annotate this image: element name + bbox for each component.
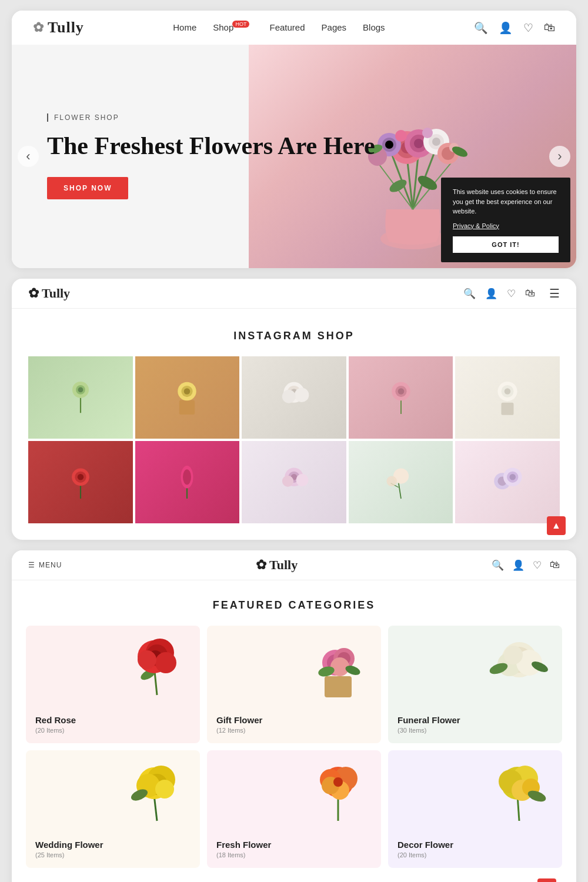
shop-now-button[interactable]: SHOP NOW — [47, 177, 128, 199]
nav3-wishlist-icon[interactable]: ♡ — [533, 559, 542, 572]
instagram-cell-10[interactable] — [455, 441, 560, 523]
nav-item-home[interactable]: Home — [173, 22, 196, 33]
gift-flower-image — [300, 630, 376, 701]
instagram-cell-2[interactable] — [135, 356, 240, 439]
category-count-funeral-flower: (30 Items) — [397, 727, 553, 734]
account-icon[interactable]: 👤 — [499, 21, 513, 35]
ig-flower-9 — [380, 462, 422, 503]
cookie-text: This website uses cookies to ensure you … — [453, 187, 559, 216]
featured-section: ☰ MENU ✿ Tully 🔍 👤 ♡ 🛍 FEATURED CATEGORI… — [12, 550, 576, 882]
category-wedding-flower[interactable]: Wedding Flower (25 Items) — [26, 750, 200, 868]
nav3-account-icon[interactable]: 👤 — [512, 559, 524, 572]
category-count-wedding-flower: (25 Items) — [35, 851, 191, 858]
instagram-shop-title: INSTAGRAM SHOP — [28, 330, 560, 342]
svg-point-77 — [155, 652, 176, 673]
category-fresh-flower[interactable]: Fresh Flower (18 Items) — [207, 750, 381, 868]
nav2-logo[interactable]: ✿ Tully — [28, 286, 70, 301]
hero-next-button[interactable]: › — [549, 146, 570, 167]
category-name-fresh-flower: Fresh Flower — [216, 840, 372, 850]
hamburger-icon: ☰ — [28, 561, 35, 569]
hero-title: The Freshest Flowers Are Here — [47, 131, 541, 161]
category-name-funeral-flower: Funeral Flower — [397, 715, 553, 725]
nav-links: Home Shop HOT Featured Pages Blogs — [173, 22, 385, 33]
nav-item-shop[interactable]: Shop HOT — [213, 22, 253, 33]
hero-banner: ‹ FLOWER SHOP The Freshest Flowers Are H… — [12, 45, 576, 268]
nav-item-featured[interactable]: Featured — [269, 22, 305, 33]
cookie-accept-button[interactable]: GOT IT! — [453, 236, 559, 253]
svg-point-61 — [282, 476, 293, 487]
category-red-rose[interactable]: Red Rose (20 Items) — [26, 626, 200, 743]
instagram-cell-5[interactable] — [455, 356, 560, 439]
nav2-cart-icon[interactable]: 🛍 — [525, 288, 535, 299]
category-funeral-flower[interactable]: Funeral Flower (30 Items) — [388, 626, 562, 743]
cart-icon[interactable]: 🛍 — [544, 21, 555, 34]
instagram-cell-7[interactable] — [135, 441, 240, 523]
hero-prev-button[interactable]: ‹ — [18, 146, 39, 167]
category-name-decor-flower: Decor Flower — [397, 840, 553, 850]
nav2-wishlist-icon[interactable]: ♡ — [507, 288, 516, 300]
svg-point-36 — [184, 388, 191, 395]
svg-point-53 — [78, 474, 84, 480]
category-info-gift-flower: Gift Flower (12 Items) — [216, 715, 372, 734]
svg-point-32 — [78, 387, 83, 393]
nav-item-pages[interactable]: Pages — [322, 22, 347, 33]
nav2-flower-icon: ✿ — [28, 286, 39, 301]
decor-flower-image — [481, 755, 557, 826]
svg-point-60 — [296, 474, 308, 486]
svg-point-41 — [282, 390, 296, 403]
instagram-cell-8[interactable] — [242, 441, 346, 523]
ig-flower-1 — [60, 377, 101, 418]
nav-logo[interactable]: ✿ Tully — [33, 19, 84, 36]
category-info-red-rose: Red Rose (20 Items) — [35, 715, 191, 734]
cookie-banner: This website uses cookies to ensure you … — [441, 178, 570, 262]
categories-grid: Red Rose (20 Items) — [26, 626, 562, 868]
hero-section: ✿ Tully Home Shop HOT Featured Pages Blo… — [12, 11, 576, 268]
instagram-cell-6[interactable] — [28, 441, 133, 523]
nav2: ✿ Tully 🔍 👤 ♡ 🛍 ☰ — [12, 279, 576, 309]
funeral-flower-image — [481, 630, 557, 701]
privacy-policy-link[interactable]: Privacy & Policy — [453, 221, 559, 231]
ig-flower-2 — [166, 377, 208, 418]
nav3-icons: 🔍 👤 ♡ 🛍 — [492, 559, 560, 572]
instagram-cell-4[interactable] — [349, 356, 453, 439]
nav3-search-icon[interactable]: 🔍 — [492, 559, 504, 572]
nav3-cart-icon[interactable]: 🛍 — [550, 559, 560, 571]
ig-flower-8 — [273, 462, 315, 503]
svg-point-40 — [295, 387, 309, 402]
svg-point-70 — [510, 474, 516, 480]
ig-flower-3 — [273, 377, 315, 418]
svg-rect-46 — [502, 403, 514, 415]
instagram-cell-9[interactable] — [349, 441, 453, 523]
scroll-up-button-2[interactable]: ▲ — [537, 878, 556, 882]
nav2-search-icon[interactable]: 🔍 — [463, 288, 476, 300]
nav-action-icons: 🔍 👤 ♡ 🛍 — [474, 21, 555, 35]
category-info-funeral-flower: Funeral Flower (30 Items) — [397, 715, 553, 734]
ig-flower-6 — [60, 462, 101, 503]
logo-flower-icon: ✿ — [33, 20, 44, 35]
nav3-logo[interactable]: ✿ Tully — [256, 557, 298, 573]
category-name-gift-flower: Gift Flower — [216, 715, 372, 725]
svg-rect-79 — [325, 676, 352, 697]
ig-flower-10 — [487, 462, 528, 503]
svg-rect-33 — [179, 400, 195, 415]
nav2-hamburger-icon[interactable]: ☰ — [549, 286, 560, 300]
wishlist-icon[interactable]: ♡ — [523, 21, 533, 35]
svg-line-62 — [398, 482, 400, 499]
scroll-up-button[interactable]: ▲ — [547, 516, 566, 535]
instagram-grid — [28, 356, 560, 523]
nav3: ☰ MENU ✿ Tully 🔍 👤 ♡ 🛍 — [12, 550, 576, 580]
nav2-account-icon[interactable]: 👤 — [485, 288, 497, 300]
svg-point-45 — [397, 388, 404, 395]
search-icon[interactable]: 🔍 — [474, 21, 488, 35]
nav-item-blogs[interactable]: Blogs — [363, 22, 385, 33]
svg-point-65 — [386, 476, 397, 487]
instagram-cell-3[interactable] — [242, 356, 346, 439]
svg-point-56 — [183, 469, 191, 485]
instagram-cell-1[interactable] — [28, 356, 133, 439]
svg-point-78 — [138, 650, 156, 669]
category-decor-flower[interactable]: Decor Flower (20 Items) — [388, 750, 562, 868]
category-name-red-rose: Red Rose — [35, 715, 191, 725]
nav3-menu[interactable]: ☰ MENU — [28, 561, 62, 569]
category-gift-flower[interactable]: Gift Flower (12 Items) — [207, 626, 381, 743]
nav3-brand-name: Tully — [269, 557, 298, 573]
